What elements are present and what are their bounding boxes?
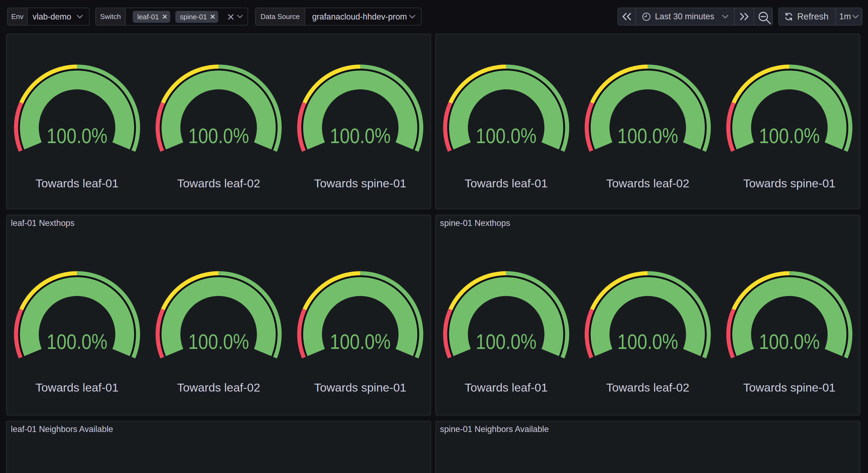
svg-text:100.0%: 100.0% [759, 330, 820, 354]
svg-text:100.0%: 100.0% [330, 330, 391, 354]
svg-text:Towards spine-01: Towards spine-01 [314, 381, 406, 394]
svg-text:Towards leaf-01: Towards leaf-01 [465, 177, 548, 190]
svg-text:100.0%: 100.0% [618, 330, 678, 354]
svg-text:100.0%: 100.0% [47, 330, 107, 354]
svg-text:100.0%: 100.0% [618, 124, 678, 148]
svg-text:Towards leaf-01: Towards leaf-01 [465, 381, 548, 394]
svg-text:Towards spine-01: Towards spine-01 [743, 381, 835, 394]
svg-text:100.0%: 100.0% [188, 330, 249, 354]
svg-text:100.0%: 100.0% [476, 124, 536, 148]
svg-text:100.0%: 100.0% [476, 330, 536, 354]
svg-text:Towards spine-01: Towards spine-01 [314, 177, 406, 190]
svg-text:Towards leaf-02: Towards leaf-02 [606, 381, 689, 394]
svg-text:Towards leaf-01: Towards leaf-01 [36, 381, 119, 394]
svg-text:Towards leaf-02: Towards leaf-02 [177, 381, 260, 394]
svg-text:100.0%: 100.0% [759, 124, 820, 148]
svg-text:100.0%: 100.0% [47, 124, 107, 148]
svg-text:100.0%: 100.0% [330, 124, 391, 148]
svg-text:Towards leaf-01: Towards leaf-01 [36, 177, 119, 190]
svg-text:100.0%: 100.0% [188, 124, 249, 148]
svg-text:Towards leaf-02: Towards leaf-02 [606, 177, 689, 190]
svg-text:Towards spine-01: Towards spine-01 [743, 177, 835, 190]
svg-text:Towards leaf-02: Towards leaf-02 [177, 177, 260, 190]
